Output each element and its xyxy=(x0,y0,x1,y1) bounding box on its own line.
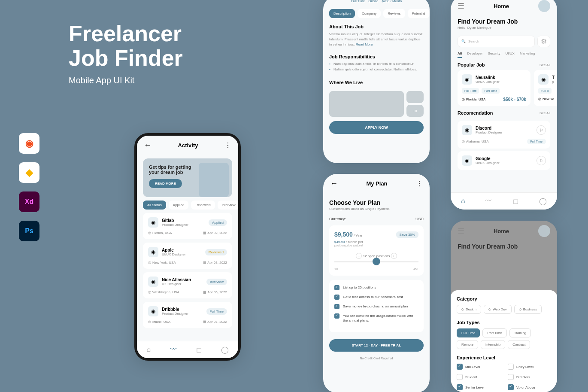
check-icon xyxy=(334,304,339,309)
jobtypes-heading: Job Types xyxy=(457,320,551,325)
nav-profile-icon[interactable]: ◯ xyxy=(221,346,229,354)
slider-handle[interactable] xyxy=(373,258,380,265)
currency-value[interactable]: USD xyxy=(415,217,424,221)
jobtype-chip[interactable]: Part Time xyxy=(482,328,506,337)
category-tab[interactable]: UI/UX xyxy=(506,52,515,58)
status-chip[interactable]: Reviewed xyxy=(191,201,215,210)
category-tab[interactable]: All xyxy=(458,52,462,58)
start-trial-button[interactable]: START 12 - DAY - FREE TRIAL xyxy=(329,339,424,352)
category-chip[interactable]: ◇ Business xyxy=(514,305,542,314)
category-tab[interactable]: Marketing xyxy=(520,52,535,58)
decrease-button[interactable]: − xyxy=(356,253,362,259)
jobtype-chip[interactable]: Internship xyxy=(481,340,505,349)
ps-icon: Ps xyxy=(19,221,39,241)
nav-activity-icon[interactable]: 〰 xyxy=(170,346,177,354)
salary-text: $50k - $70k xyxy=(503,97,526,102)
date-text: ▦ Apr 07, 2022 xyxy=(203,320,227,324)
back-icon[interactable]: ← xyxy=(144,141,152,150)
location-text: ◎ Florida, USA xyxy=(148,231,172,235)
responsibilities-heading: Job Responsibilities xyxy=(329,54,424,59)
apply-now-button[interactable]: APPLY NOW xyxy=(329,121,424,134)
increase-button[interactable]: + xyxy=(391,253,397,259)
page-title: My Plan xyxy=(366,180,387,187)
nav-home-icon[interactable]: ⌂ xyxy=(461,197,465,205)
banner-image xyxy=(199,163,229,197)
exp-checkbox[interactable]: Senior Level xyxy=(457,384,499,390)
jobtype-chip[interactable]: Contract xyxy=(508,340,530,349)
gallery-more[interactable]: +8 xyxy=(406,105,424,117)
gallery-main-image[interactable] xyxy=(329,91,404,117)
job-card[interactable]: ◉DribbbleProduct DesignerFull Time ◎ Mia… xyxy=(143,302,232,328)
figma-icon: ◉ xyxy=(19,133,39,154)
nav-chat-icon[interactable]: ◻ xyxy=(513,197,518,205)
job-tag: $200 / Month xyxy=(382,0,402,3)
filter-icon[interactable]: ⚙ xyxy=(537,36,550,47)
see-all-link[interactable]: See All xyxy=(540,63,550,67)
bookmark-icon[interactable]: ⚐ xyxy=(536,156,546,165)
recommendation-card[interactable]: ◉DiscordProduct Designer⚐ ◎ Alabama, USA… xyxy=(458,121,550,149)
date-text: ▦ Apr 03, 2022 xyxy=(203,261,227,264)
status-badge: Applied xyxy=(209,219,227,226)
category-chip[interactable]: ◇ Web Dev xyxy=(484,305,512,314)
page-title: Home xyxy=(494,3,509,9)
location-text: ◎ Miami, USA xyxy=(148,320,170,324)
search-input[interactable]: 🔍 Search xyxy=(458,36,535,47)
see-all-link[interactable]: See All xyxy=(540,111,550,115)
job-card[interactable]: ◉AppleUI/UX DesignerReviewed ◎ New York,… xyxy=(143,243,232,269)
menu-icon[interactable]: ☰ xyxy=(458,1,464,11)
gallery-thumb[interactable] xyxy=(406,91,424,103)
tab-description[interactable]: Description xyxy=(329,9,355,18)
company-logo-icon: ◉ xyxy=(538,74,549,85)
company-logo-icon: ◉ xyxy=(148,277,158,287)
status-badge: Reviewed xyxy=(205,249,227,255)
company-logo-icon: ◉ xyxy=(148,217,158,228)
avatar[interactable] xyxy=(538,225,550,237)
nav-activity-icon[interactable]: 〰 xyxy=(485,197,492,205)
category-tab[interactable]: Security xyxy=(488,52,500,58)
popular-job-card[interactable]: ◉NeuralinkUI/UX Designer Full TimePart T… xyxy=(458,70,530,106)
hero-title: FreelancerJob Finder xyxy=(69,21,183,70)
location-text: ◎ Washington, USA xyxy=(148,290,179,294)
back-icon[interactable]: ← xyxy=(330,179,338,188)
category-tab[interactable]: Developer xyxy=(467,52,482,58)
exp-checkbox[interactable]: Vp or Above xyxy=(508,384,550,390)
exp-checkbox[interactable]: Directors xyxy=(508,374,550,380)
tab-company[interactable]: Company xyxy=(358,9,381,18)
recommendation-card[interactable]: ◉GoogleUI/UX Designer⚐ xyxy=(458,151,550,170)
nav-chat-icon[interactable]: ◻ xyxy=(196,346,202,354)
bullet-item: Nullam quis odio eget met consectetur. N… xyxy=(329,67,424,71)
status-chip[interactable]: Applied xyxy=(169,201,189,210)
job-card[interactable]: ◉Nice AtlassianUX DesignerInterview ◎ Wa… xyxy=(143,272,232,298)
jobtype-chip[interactable]: Remote xyxy=(457,340,478,349)
tab-reviews[interactable]: Reviews xyxy=(383,9,405,18)
popular-job-card[interactable]: ◉Tp Full Ti ◎ New Yo xyxy=(534,70,557,106)
page-title: Activity xyxy=(178,142,198,149)
bookmark-icon[interactable]: ⚐ xyxy=(536,125,546,135)
exp-checkbox[interactable]: Student xyxy=(457,374,499,380)
jobtype-chip[interactable]: Training xyxy=(509,328,531,337)
menu-icon[interactable]: ☰ xyxy=(458,226,464,236)
job-tag: Full Time xyxy=(351,0,365,3)
avatar[interactable] xyxy=(538,0,550,12)
exp-checkbox[interactable]: Mid Level xyxy=(457,364,499,370)
category-chip[interactable]: ◇ Design xyxy=(457,305,481,314)
exp-checkbox[interactable]: Entry Level xyxy=(508,364,550,370)
nav-profile-icon[interactable]: ◯ xyxy=(539,197,547,205)
read-more-button[interactable]: READ MORE xyxy=(149,179,182,188)
check-icon xyxy=(334,313,339,319)
status-chip[interactable]: Interview xyxy=(218,201,238,210)
tab-potential[interactable]: Potential xyxy=(408,9,430,18)
plan-heading: Choose Your Plan xyxy=(329,199,424,206)
menu-dots-icon[interactable]: ⋮ xyxy=(224,141,231,149)
menu-dots-icon[interactable]: ⋮ xyxy=(416,179,423,188)
status-chip[interactable]: All Status xyxy=(143,201,166,210)
read-more-link[interactable]: Read More xyxy=(356,43,373,46)
job-tag: Onsite xyxy=(368,0,378,3)
jobtype-chip[interactable]: Full Time xyxy=(457,328,480,337)
no-credit-card-text: No Credit Card Required xyxy=(323,357,430,360)
check-icon xyxy=(334,295,339,300)
job-card[interactable]: ◉GitlabProduct DesignerApplied ◎ Florida… xyxy=(143,213,232,239)
sketch-icon: ◆ xyxy=(19,162,39,183)
company-logo-icon: ◉ xyxy=(148,306,158,316)
nav-home-icon[interactable]: ⌂ xyxy=(146,346,151,354)
